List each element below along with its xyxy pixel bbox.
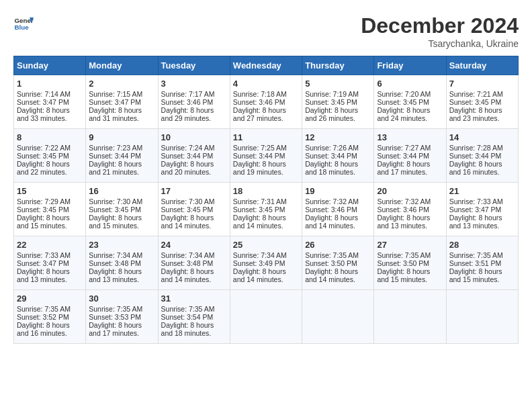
day-number: 12 — [305, 132, 371, 142]
sunset-text: Sunset: 3:48 PM — [89, 259, 141, 267]
sunset-text: Sunset: 3:47 PM — [17, 259, 69, 267]
calendar-cell: 31Sunrise: 7:35 AMSunset: 3:54 PMDayligh… — [158, 290, 230, 344]
sunrise-text: Sunrise: 7:24 AM — [161, 144, 215, 152]
daylight-text: Daylight: 8 hours and 14 minutes. — [305, 214, 358, 230]
title-block: December 2024 Tsarychanka, Ukraine — [361, 13, 519, 49]
daylight-text: Daylight: 8 hours and 15 minutes. — [449, 267, 502, 283]
calendar-cell: 7Sunrise: 7:21 AMSunset: 3:45 PMDaylight… — [446, 75, 518, 129]
daylight-text: Daylight: 8 hours and 14 minutes. — [233, 267, 286, 283]
sunset-text: Sunset: 3:44 PM — [161, 152, 214, 160]
day-number: 30 — [89, 293, 154, 304]
sunrise-text: Sunrise: 7:35 AM — [17, 305, 71, 313]
sunrise-text: Sunrise: 7:28 AM — [449, 144, 503, 152]
calendar-cell: 12Sunrise: 7:26 AMSunset: 3:44 PMDayligh… — [302, 129, 374, 183]
day-number: 13 — [377, 132, 443, 142]
daylight-text: Daylight: 8 hours and 20 minutes. — [161, 160, 214, 176]
sunset-text: Sunset: 3:50 PM — [305, 259, 357, 267]
sunset-text: Sunset: 3:51 PM — [449, 259, 502, 267]
daylight-text: Daylight: 8 hours and 13 minutes. — [449, 214, 502, 230]
sunset-text: Sunset: 3:45 PM — [17, 205, 69, 214]
sunrise-text: Sunrise: 7:34 AM — [161, 251, 215, 259]
svg-text:Blue: Blue — [15, 24, 30, 31]
day-number: 9 — [89, 132, 154, 142]
sunrise-text: Sunrise: 7:22 AM — [17, 144, 71, 152]
sunrise-text: Sunrise: 7:34 AM — [233, 251, 287, 259]
day-number: 26 — [305, 240, 371, 250]
calendar-cell — [230, 290, 302, 344]
day-number: 2 — [89, 79, 154, 89]
day-header-thursday: Thursday — [302, 56, 374, 75]
sunrise-text: Sunrise: 7:14 AM — [17, 90, 71, 98]
sunrise-text: Sunrise: 7:31 AM — [233, 197, 287, 205]
day-number: 14 — [449, 132, 515, 142]
day-number: 25 — [233, 240, 299, 250]
sunrise-text: Sunrise: 7:23 AM — [89, 144, 142, 152]
calendar-week-2: 8Sunrise: 7:22 AMSunset: 3:45 PMDaylight… — [14, 129, 519, 183]
logo: General Blue — [13, 13, 34, 34]
day-number: 29 — [17, 293, 83, 304]
daylight-text: Daylight: 8 hours and 14 minutes. — [161, 214, 214, 230]
daylight-text: Daylight: 8 hours and 13 minutes. — [17, 267, 70, 283]
sunrise-text: Sunrise: 7:27 AM — [377, 144, 431, 152]
sunrise-text: Sunrise: 7:25 AM — [233, 144, 287, 152]
day-header-wednesday: Wednesday — [230, 56, 302, 75]
sunset-text: Sunset: 3:45 PM — [89, 205, 141, 214]
sunset-text: Sunset: 3:50 PM — [377, 259, 429, 267]
calendar-cell — [374, 290, 446, 344]
sunset-text: Sunset: 3:44 PM — [233, 152, 285, 160]
calendar-cell: 30Sunrise: 7:35 AMSunset: 3:53 PMDayligh… — [86, 290, 158, 344]
daylight-text: Daylight: 8 hours and 15 minutes. — [377, 267, 430, 283]
calendar-cell: 16Sunrise: 7:30 AMSunset: 3:45 PMDayligh… — [86, 183, 158, 236]
day-number: 15 — [17, 186, 83, 196]
sunset-text: Sunset: 3:45 PM — [305, 98, 357, 106]
sunset-text: Sunset: 3:45 PM — [377, 98, 429, 106]
calendar-cell: 2Sunrise: 7:15 AMSunset: 3:47 PMDaylight… — [86, 75, 158, 129]
sunset-text: Sunset: 3:45 PM — [233, 205, 285, 214]
day-number: 1 — [17, 79, 83, 89]
sunset-text: Sunset: 3:47 PM — [89, 98, 141, 106]
sunset-text: Sunset: 3:46 PM — [305, 205, 357, 214]
day-number: 8 — [17, 132, 83, 142]
daylight-text: Daylight: 8 hours and 23 minutes. — [449, 106, 502, 122]
daylight-text: Daylight: 8 hours and 13 minutes. — [377, 214, 430, 230]
calendar-cell: 17Sunrise: 7:30 AMSunset: 3:45 PMDayligh… — [158, 183, 230, 236]
sunrise-text: Sunrise: 7:32 AM — [305, 197, 359, 205]
day-number: 5 — [305, 79, 371, 89]
sunrise-text: Sunrise: 7:21 AM — [449, 90, 503, 98]
sunset-text: Sunset: 3:45 PM — [449, 98, 502, 106]
day-number: 6 — [377, 79, 443, 89]
sunrise-text: Sunrise: 7:18 AM — [233, 90, 287, 98]
day-number: 22 — [17, 240, 83, 250]
day-number: 10 — [161, 132, 227, 142]
calendar-cell: 9Sunrise: 7:23 AMSunset: 3:44 PMDaylight… — [86, 129, 158, 183]
calendar-cell: 21Sunrise: 7:33 AMSunset: 3:47 PMDayligh… — [446, 183, 518, 236]
calendar-cell: 11Sunrise: 7:25 AMSunset: 3:44 PMDayligh… — [230, 129, 302, 183]
daylight-text: Daylight: 8 hours and 18 minutes. — [305, 160, 358, 176]
daylight-text: Daylight: 8 hours and 14 minutes. — [305, 267, 358, 283]
daylight-text: Daylight: 8 hours and 26 minutes. — [305, 106, 358, 122]
daylight-text: Daylight: 8 hours and 27 minutes. — [233, 106, 286, 122]
calendar-cell: 25Sunrise: 7:34 AMSunset: 3:49 PMDayligh… — [230, 236, 302, 290]
day-number: 11 — [233, 132, 299, 142]
sunset-text: Sunset: 3:47 PM — [17, 98, 69, 106]
calendar-cell: 1Sunrise: 7:14 AMSunset: 3:47 PMDaylight… — [14, 75, 86, 129]
calendar-cell: 10Sunrise: 7:24 AMSunset: 3:44 PMDayligh… — [158, 129, 230, 183]
logo-icon: General Blue — [13, 13, 34, 34]
day-header-monday: Monday — [86, 56, 158, 75]
daylight-text: Daylight: 8 hours and 31 minutes. — [89, 106, 142, 122]
calendar-cell: 23Sunrise: 7:34 AMSunset: 3:48 PMDayligh… — [86, 236, 158, 290]
calendar-week-4: 22Sunrise: 7:33 AMSunset: 3:47 PMDayligh… — [14, 236, 519, 290]
calendar-cell — [446, 290, 518, 344]
daylight-text: Daylight: 8 hours and 13 minutes. — [89, 267, 142, 283]
sunrise-text: Sunrise: 7:35 AM — [305, 251, 359, 259]
sunrise-text: Sunrise: 7:15 AM — [89, 90, 142, 98]
calendar-cell: 26Sunrise: 7:35 AMSunset: 3:50 PMDayligh… — [302, 236, 374, 290]
sunrise-text: Sunrise: 7:35 AM — [377, 251, 431, 259]
calendar-cell: 15Sunrise: 7:29 AMSunset: 3:45 PMDayligh… — [14, 183, 86, 236]
day-number: 4 — [233, 79, 299, 89]
calendar-week-5: 29Sunrise: 7:35 AMSunset: 3:52 PMDayligh… — [14, 290, 519, 344]
calendar-week-3: 15Sunrise: 7:29 AMSunset: 3:45 PMDayligh… — [14, 183, 519, 236]
sunrise-text: Sunrise: 7:32 AM — [377, 197, 431, 205]
daylight-text: Daylight: 8 hours and 22 minutes. — [17, 160, 70, 176]
daylight-text: Daylight: 8 hours and 21 minutes. — [89, 160, 142, 176]
